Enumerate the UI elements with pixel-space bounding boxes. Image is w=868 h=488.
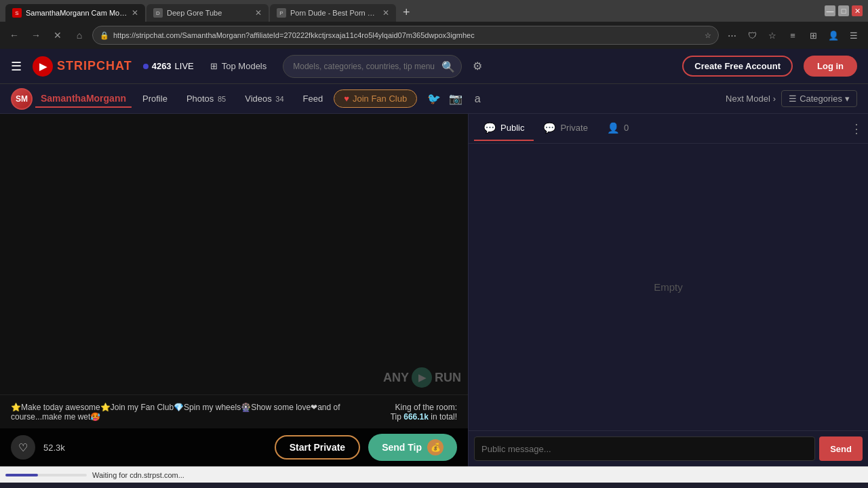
photos-tab[interactable]: Photos 85 [178, 91, 234, 106]
join-fan-club-button[interactable]: ♥ Join Fan Club [334, 89, 417, 108]
users-icon: 👤 [607, 122, 620, 134]
video-controls: ♡ 52.3k Start Private Send Tip 💰 [0, 428, 468, 466]
reload-button[interactable]: ✕ [49, 26, 66, 44]
minimize-button[interactable]: — [825, 5, 835, 16]
video-area: ANY ▶ RUN ⭐Make today awesome⭐Join my Fa… [0, 114, 468, 466]
site-header: ☰ ▶ STRIPCHAT 4263 LIVE ⊞ Top Models 🔍 ⚙… [0, 49, 868, 84]
join-fan-club-label: Join Fan Club [353, 94, 407, 104]
hamburger-menu-button[interactable]: ☰ [11, 59, 22, 74]
live-label: LIVE [175, 61, 194, 71]
browser-tab-1[interactable]: S SamanthaMorgann Cam Model: Fr... ✕ [5, 4, 145, 22]
chat-tab-private[interactable]: 💬 Private [534, 117, 597, 141]
anyrun-text: ANY [383, 371, 409, 385]
next-model-label: Next Model [726, 94, 770, 104]
avatar[interactable]: SM [11, 88, 33, 110]
taskbar-icon-ie[interactable]: 🌐 [50, 485, 66, 488]
main-content: ANY ▶ RUN ⭐Make today awesome⭐Join my Fa… [0, 114, 868, 466]
progress-bar [5, 474, 87, 476]
status-bar: Waiting for cdn.strpst.com... [0, 466, 868, 483]
chevron-right-icon: › [773, 94, 776, 104]
taskbar-icon-shield[interactable]: 🛡 [132, 485, 148, 488]
taskbar-icon-folder[interactable]: 📁 [71, 485, 87, 488]
users-tab-label: 0 [624, 123, 629, 133]
heart-icon: ♥ [344, 94, 349, 104]
chat-input[interactable] [474, 436, 815, 461]
tab-manager-icon[interactable]: ⊞ [804, 26, 822, 44]
model-nav: SM SamanthaMorgann Profile Photos 85 Vid… [0, 84, 868, 114]
forward-button[interactable]: → [27, 26, 45, 44]
private-chat-icon: 💬 [543, 122, 556, 134]
anyrun-play-icon: ▶ [412, 367, 432, 388]
back-button[interactable]: ← [5, 26, 23, 44]
send-button[interactable]: Send [819, 436, 863, 461]
maximize-button[interactable]: □ [838, 5, 849, 16]
browser-titlebar: S SamanthaMorgann Cam Model: Fr... ✕ D D… [0, 0, 868, 22]
login-button[interactable]: Log in [804, 56, 857, 77]
home-button[interactable]: ⌂ [71, 26, 88, 44]
chat-tab-users[interactable]: 👤 0 [597, 117, 638, 141]
top-models-icon: ⊞ [210, 61, 218, 71]
public-tab-label: Public [500, 123, 524, 133]
extensions-button[interactable]: ⋯ [723, 26, 741, 44]
taskbar: 🪟 Start 🌐 📁 🟡 🦊 🛡 🔊 📶 🔋 4:41 AM [0, 483, 868, 488]
close-button[interactable]: ✕ [852, 5, 863, 16]
tab-title-1: SamanthaMorgann Cam Model: Fr... [26, 9, 127, 17]
filter-button[interactable]: ⚙ [473, 60, 482, 73]
new-tab-button[interactable]: + [397, 5, 416, 20]
chat-tab-public[interactable]: 💬 Public [474, 117, 534, 141]
site-logo[interactable]: ▶ STRIPCHAT [33, 56, 132, 77]
videos-tab[interactable]: Videos 34 [237, 91, 292, 106]
twitter-icon[interactable]: 🐦 [425, 90, 443, 108]
send-tip-label: Send Tip [382, 442, 422, 453]
reader-mode-icon[interactable]: ≡ [784, 26, 802, 44]
tab-favicon-2: D [153, 8, 163, 18]
window-controls: — □ ✕ [825, 5, 863, 16]
top-models-link[interactable]: ⊞ Top Models [205, 58, 272, 74]
tab-favicon-1: S [12, 8, 22, 18]
menu-icon[interactable]: ☰ [845, 26, 863, 44]
king-label: King of the room: [395, 403, 457, 412]
profile-icon[interactable]: 👤 [825, 26, 842, 44]
star-icon[interactable]: ☆ [764, 26, 781, 44]
send-tip-button[interactable]: Send Tip 💰 [368, 434, 457, 461]
ticker-text: ⭐Make today awesome⭐Join my Fan Club💎Spi… [11, 403, 380, 422]
private-tab-label: Private [560, 123, 587, 133]
browser-tab-2[interactable]: D Deep Gore Tube ✕ [146, 4, 269, 22]
logo-icon: ▶ [33, 56, 53, 77]
tab-close-3[interactable]: ✕ [382, 8, 389, 18]
browser-tab-3[interactable]: P Porn Dude - Best Porn Sites & Fre... ✕ [270, 4, 396, 22]
chat-tabs: 💬 Public 💬 Private 👤 0 ⋮ [469, 114, 868, 144]
tab-title-3: Porn Dude - Best Porn Sites & Fre... [290, 9, 378, 17]
anyrun-watermark: ANY ▶ RUN [383, 367, 461, 388]
chevron-down-icon: ▾ [845, 94, 850, 104]
instagram-icon[interactable]: 📷 [447, 90, 465, 108]
feed-tab[interactable]: Feed [295, 91, 332, 106]
heart-button[interactable]: ♡ [11, 435, 35, 460]
taskbar-icon-chrome[interactable]: 🟡 [91, 485, 107, 488]
taskbar-icon-firefox[interactable]: 🦊 [111, 485, 127, 488]
ticker-bar: ⭐Make today awesome⭐Join my Fan Club💎Spi… [0, 394, 468, 428]
chat-more-button[interactable]: ⋮ [850, 121, 863, 136]
anyrun-run-text: RUN [435, 371, 461, 385]
search-container: 🔍 [283, 55, 462, 78]
social-icons: 🐦 📷 a [425, 90, 486, 108]
tab-close-1[interactable]: ✕ [132, 8, 138, 18]
bookmark-star-icon[interactable]: ☆ [705, 31, 711, 40]
next-model-button[interactable]: Next Model › [726, 94, 776, 104]
amazon-icon[interactable]: a [469, 90, 486, 108]
profile-tab[interactable]: Profile [134, 91, 176, 106]
shield-icon[interactable]: 🛡 [743, 26, 761, 44]
start-private-button[interactable]: Start Private [275, 435, 360, 460]
tab-close-2[interactable]: ✕ [255, 8, 262, 18]
create-account-button[interactable]: Create Free Account [682, 56, 793, 77]
categories-button[interactable]: ☰ Categories ▾ [781, 90, 857, 107]
security-icon: 🔒 [100, 31, 109, 40]
search-input[interactable] [283, 55, 462, 78]
browser-tabs: S SamanthaMorgann Cam Model: Fr... ✕ D D… [5, 0, 416, 22]
model-name-tab[interactable]: SamanthaMorgann [35, 90, 132, 108]
video-player[interactable]: ANY ▶ RUN [0, 114, 468, 394]
public-chat-icon: 💬 [484, 122, 496, 134]
browser-toolbar: ← → ✕ ⌂ 🔒 https://stripchat.com/Samantha… [0, 22, 868, 49]
chat-panel: 💬 Public 💬 Private 👤 0 ⋮ Empty Send [468, 114, 868, 466]
address-bar[interactable]: 🔒 https://stripchat.com/SamanthaMorgann?… [92, 26, 719, 45]
